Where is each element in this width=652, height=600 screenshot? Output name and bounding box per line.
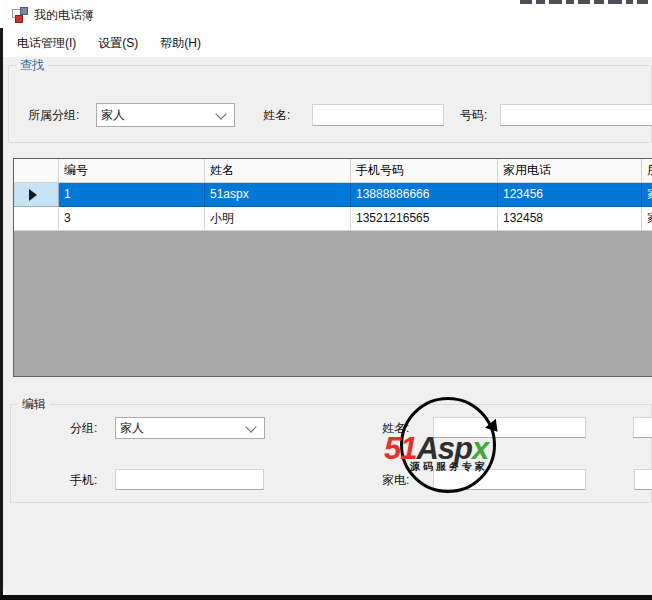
menu-help[interactable]: 帮助(H) (149, 31, 212, 56)
row-selector-cell[interactable] (14, 207, 59, 231)
edit-category-label: 分组: (70, 416, 97, 440)
row-selector-cell[interactable] (14, 183, 59, 207)
app-icon[interactable] (12, 7, 28, 23)
search-name-label: 姓名: (263, 103, 290, 127)
table-row[interactable]: 1 51aspx 13888886666 123456 家人 (14, 183, 652, 207)
background-screen-artifact (520, 0, 648, 4)
edit-home-label: 家电: (382, 468, 409, 492)
menu-bar: 电话管理(I) 设置(S) 帮助(H) (3, 30, 652, 57)
contacts-datagrid: 编号 姓名 手机号码 家用电话 所属分组 1 51aspx 1388888666… (13, 158, 652, 377)
search-group-label: 查找 (16, 57, 48, 74)
edit-group-label: 编辑 (18, 396, 50, 413)
grid-header-row: 编号 姓名 手机号码 家用电话 所属分组 (14, 159, 652, 183)
grid-header-group[interactable]: 所属分组 (642, 159, 652, 183)
search-number-input[interactable] (500, 104, 652, 126)
app-icon-red-shape (15, 15, 23, 23)
search-category-value: 家人 (97, 107, 217, 124)
grid-header-mobile[interactable]: 手机号码 (351, 159, 498, 183)
edit-extra-field-top[interactable] (633, 417, 652, 438)
grid-header-id[interactable]: 编号 (59, 159, 205, 183)
cell-group[interactable]: 家人 (642, 183, 652, 207)
cell-mobile[interactable]: 13888886666 (351, 183, 498, 207)
cell-id[interactable]: 3 (59, 207, 205, 231)
edit-mobile-label: 手机: (70, 468, 97, 492)
edit-category-value: 家人 (116, 420, 247, 437)
cell-homephone[interactable]: 132458 (498, 207, 642, 231)
chevron-down-icon (215, 108, 226, 119)
edit-name-label: 姓名: (382, 416, 409, 440)
current-row-arrow-icon (29, 189, 37, 201)
edit-category-combobox[interactable]: 家人 (115, 417, 265, 439)
menu-phone-management[interactable]: 电话管理(I) (6, 31, 87, 56)
title-bar[interactable]: 我的电话簿 (3, 0, 652, 30)
search-name-input[interactable] (312, 104, 444, 126)
search-number-label: 号码: (460, 103, 487, 127)
cell-id[interactable]: 1 (59, 183, 205, 207)
edit-extra-field-bottom[interactable] (634, 469, 652, 490)
app-window: 我的电话簿 电话管理(I) 设置(S) 帮助(H) 查找 所属分组: 家人 姓名… (3, 0, 652, 595)
grid-header-selector[interactable] (14, 159, 59, 183)
cell-mobile[interactable]: 13521216565 (351, 207, 498, 231)
edit-home-input[interactable] (433, 469, 586, 490)
window-title: 我的电话簿 (34, 0, 94, 30)
desktop-edge-bottom (0, 595, 652, 600)
edit-name-input[interactable] (433, 417, 586, 438)
cell-name[interactable]: 51aspx (205, 183, 351, 207)
grid-header-name[interactable]: 姓名 (205, 159, 351, 183)
menu-settings[interactable]: 设置(S) (87, 31, 149, 56)
app-icon-blue-shape (20, 7, 28, 15)
chevron-down-icon (245, 421, 256, 432)
search-category-label: 所属分组: (28, 103, 79, 127)
cell-homephone[interactable]: 123456 (498, 183, 642, 207)
edit-mobile-input[interactable] (115, 469, 264, 490)
search-category-combobox[interactable]: 家人 (96, 103, 235, 127)
table-row[interactable]: 3 小明 13521216565 132458 家人 (14, 207, 652, 231)
grid-header-homephone[interactable]: 家用电话 (498, 159, 642, 183)
cell-name[interactable]: 小明 (205, 207, 351, 231)
screen: 我的电话簿 电话管理(I) 设置(S) 帮助(H) 查找 所属分组: 家人 姓名… (0, 0, 652, 600)
cell-group[interactable]: 家人 (642, 207, 652, 231)
